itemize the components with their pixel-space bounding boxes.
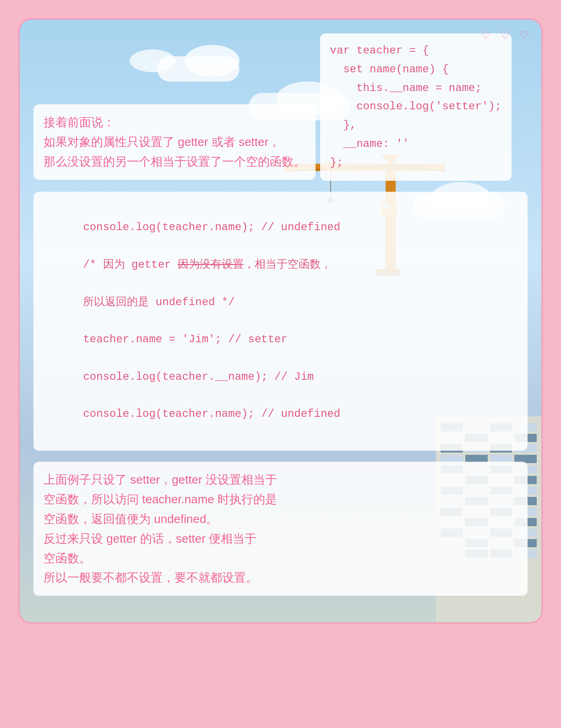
code-block-2: console.log(teacher.name); // undefined … bbox=[33, 192, 528, 451]
code-block-1: var teacher = { set name(name) { this.__… bbox=[320, 33, 512, 181]
explanation-text: 上面例子只设了 setter，getter 没设置相当于 空函数，所以访问 te… bbox=[44, 470, 517, 588]
hearts-decoration: ♡ ♡ ♡ bbox=[482, 28, 530, 43]
intro-text: 接着前面说： 如果对象的属性只设置了 getter 或者 setter， 那么没… bbox=[44, 113, 305, 172]
code-text-2: console.log(teacher.name); // undefined … bbox=[44, 200, 517, 442]
intro-block: 接着前面说： 如果对象的属性只设置了 getter 或者 setter， 那么没… bbox=[33, 104, 316, 180]
main-card: ♡ ♡ ♡ 接着前面说： 如果对象的属性只设置了 getter 或者 sette… bbox=[18, 18, 543, 624]
explanation-block: 上面例子只设了 setter，getter 没设置相当于 空函数，所以访问 te… bbox=[33, 462, 528, 596]
code-text-1: var teacher = { set name(name) { this.__… bbox=[330, 42, 501, 173]
